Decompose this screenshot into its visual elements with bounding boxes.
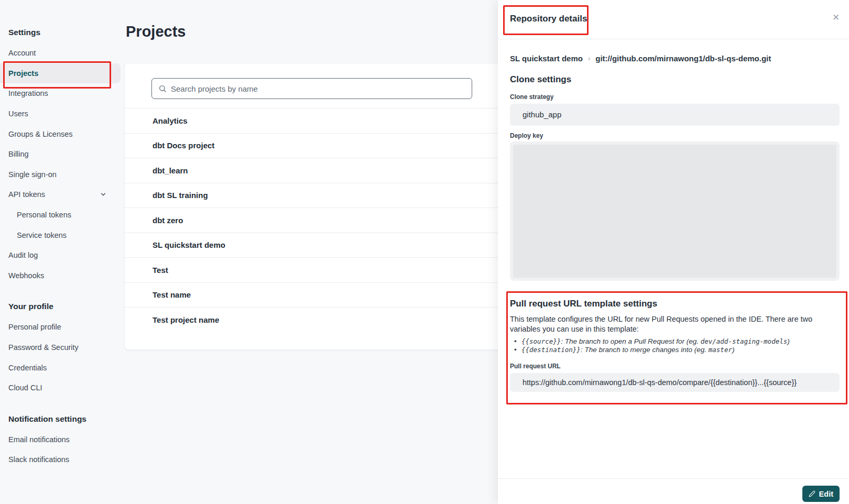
sidebar-item[interactable]: Slack notifications	[0, 450, 121, 470]
sidebar-item-label: Cloud CLI	[8, 384, 42, 392]
sidebar-item-label: API tokens	[8, 190, 45, 199]
sidebar-heading-your-profile: Your profile	[0, 300, 124, 313]
project-search	[151, 78, 472, 99]
project-row[interactable]: dbt Docs project	[125, 133, 517, 158]
project-name: Test project name	[153, 315, 219, 324]
close-icon[interactable]: ✕	[830, 12, 842, 23]
deploy-key-label: Deploy key	[510, 132, 840, 139]
clone-settings-heading: Clone settings	[510, 74, 840, 85]
sidebar-notifications-list: Email notifications Slack notifications	[0, 430, 124, 470]
edit-button-label: Edit	[819, 490, 833, 498]
page-title: Projects	[126, 23, 186, 40]
sidebar-item[interactable]: Cloud CLI	[0, 378, 121, 398]
project-name: SL quickstart demo	[153, 240, 225, 249]
variable-example: dev/add-staging-models	[701, 337, 788, 345]
sidebar-item[interactable]: Email notifications	[0, 430, 121, 450]
deploy-key-redacted-value	[513, 145, 836, 278]
pr-template-variable: {{destination}}: The branch to merge cha…	[510, 346, 840, 354]
project-row[interactable]: Test	[125, 257, 517, 282]
settings-sidebar: Settings Account Projects	[0, 0, 124, 470]
variable-code: {{source}}	[521, 337, 561, 345]
sidebar-item-label: Users	[8, 109, 28, 118]
sidebar-item-label: Billing	[8, 150, 29, 158]
pr-template-variable: {{source}}: The branch to open a Pull Re…	[510, 337, 840, 346]
search-input[interactable]	[171, 84, 465, 93]
search-icon	[158, 84, 167, 93]
sidebar-item-label: Service tokens	[17, 231, 67, 239]
drawer-header: Repository details ✕	[498, 0, 849, 39]
project-name: dbt Docs project	[153, 141, 214, 150]
variable-text: : The branch to open a Pull Request for …	[561, 337, 700, 345]
sidebar-profile-list: Personal profile Password & Security Cre…	[0, 317, 124, 398]
pull-request-url-label: Pull request URL	[510, 363, 840, 370]
pull-request-url-value: https://github.com/mirnawong1/db-sl-qs-d…	[510, 373, 840, 392]
variable-code: {{destination}}	[521, 346, 581, 354]
sidebar-item[interactable]: Single sign-on	[0, 165, 121, 185]
project-name: dbt_learn	[153, 166, 188, 175]
project-name: dbt zero	[153, 216, 183, 225]
sidebar-item[interactable]: Groups & Licenses	[0, 124, 121, 144]
project-name: Test name	[153, 290, 191, 299]
breadcrumb-project[interactable]: SL quickstart demo	[510, 54, 583, 63]
projects-card: Analytics dbt Docs project dbt_learn dbt…	[124, 63, 517, 350]
project-row[interactable]: Analytics	[125, 108, 517, 133]
sidebar-item-label: Projects	[8, 69, 38, 78]
sidebar-item[interactable]: Service tokens	[0, 225, 121, 245]
sidebar-item[interactable]: Billing	[0, 144, 121, 165]
sidebar-item[interactable]: Personal tokens	[0, 205, 121, 225]
drawer-body: SL quickstart demo › git://github.com/mi…	[498, 54, 849, 392]
sidebar-item-label: Email notifications	[8, 435, 70, 444]
breadcrumb: SL quickstart demo › git://github.com/mi…	[510, 54, 840, 63]
sidebar-heading-notification-settings: Notification settings	[0, 413, 124, 425]
pull-request-template-section: Pull request URL template settings This …	[510, 291, 840, 392]
project-row[interactable]: dbt zero	[125, 207, 517, 233]
sidebar-item[interactable]: Webhooks	[0, 266, 121, 286]
drawer-footer: Edit	[498, 478, 849, 504]
project-row[interactable]: dbt SL training	[125, 183, 517, 208]
sidebar-settings-list: Account Projects Integrations	[0, 43, 124, 286]
pr-template-heading: Pull request URL template settings	[510, 299, 840, 309]
sidebar-item-label: Groups & Licenses	[8, 130, 73, 138]
sidebar-item-label: Audit log	[8, 251, 38, 259]
pr-template-description: This template configures the URL for new…	[510, 314, 831, 334]
project-name: dbt SL training	[153, 191, 208, 200]
project-row[interactable]: dbt_learn	[125, 158, 517, 183]
variable-suffix: )	[787, 337, 790, 345]
clone-strategy-label: Clone strategy	[510, 93, 840, 101]
clone-strategy-value: github_app	[510, 104, 840, 126]
project-row[interactable]: Test project name	[125, 307, 517, 332]
sidebar-item-label: Personal tokens	[17, 211, 71, 219]
sidebar-item-label: Integrations	[8, 89, 48, 97]
sidebar-item[interactable]: Account	[0, 43, 121, 63]
deploy-key-field	[510, 141, 840, 281]
drawer-title: Repository details	[510, 14, 587, 24]
variable-example: master	[709, 346, 732, 354]
chevron-right-icon: ›	[588, 54, 590, 62]
project-name: Analytics	[153, 116, 188, 125]
sidebar-item-label: Personal profile	[8, 323, 61, 331]
chevron-down-icon	[100, 190, 108, 199]
sidebar-item-label: Single sign-on	[8, 170, 57, 179]
sidebar-item[interactable]: Password & Security	[0, 337, 121, 358]
project-row[interactable]: Test name	[125, 282, 517, 308]
pencil-icon	[809, 490, 815, 497]
sidebar-item[interactable]: Projects	[0, 63, 121, 84]
sidebar-item-label: Slack notifications	[8, 455, 69, 464]
sidebar-item[interactable]: Credentials	[0, 357, 121, 378]
sidebar-item-label: Credentials	[8, 364, 47, 372]
sidebar-item[interactable]: Integrations	[0, 83, 121, 104]
sidebar-item[interactable]: API tokens	[0, 184, 121, 205]
sidebar-item[interactable]: Personal profile	[0, 317, 121, 337]
variable-suffix: )	[732, 346, 735, 354]
breadcrumb-repository-url: git://github.com/mirnawong1/db-sl-qs-dem…	[595, 54, 771, 63]
repository-details-drawer: Repository details ✕ SL quickstart demo …	[498, 0, 849, 504]
project-name: Test	[153, 266, 168, 275]
sidebar-item-label: Password & Security	[8, 343, 79, 352]
project-row[interactable]: SL quickstart demo	[125, 233, 517, 258]
app-window: Settings Account Projects	[0, 0, 849, 504]
variable-text: : The branch to merge changes into (eg.	[581, 346, 709, 354]
projects-list: Analytics dbt Docs project dbt_learn dbt…	[125, 108, 517, 332]
edit-button[interactable]: Edit	[802, 486, 840, 502]
sidebar-item[interactable]: Audit log	[0, 245, 121, 266]
sidebar-item[interactable]: Users	[0, 104, 121, 124]
